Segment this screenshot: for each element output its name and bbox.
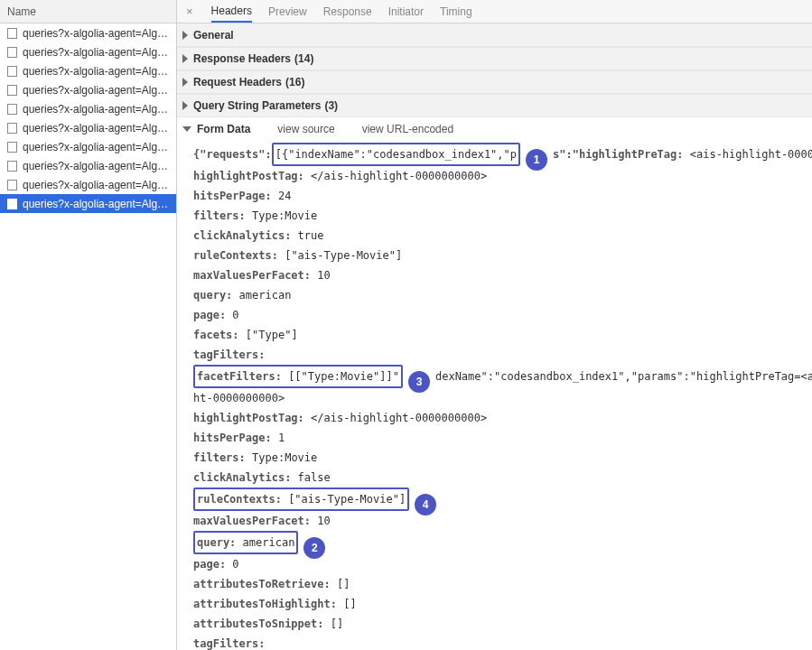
form-key: page: xyxy=(193,558,226,571)
form-data-row: ht-0000000000> xyxy=(193,388,812,408)
form-key: hitsPerPage: xyxy=(193,432,272,444)
annotation-box-2: query: american xyxy=(193,531,298,554)
form-key: facets: xyxy=(193,329,239,341)
view-source-link[interactable]: view source xyxy=(277,123,334,135)
form-key: attributesToSnippet: xyxy=(193,618,324,630)
form-data-row: query: american2 xyxy=(193,531,812,554)
section-title: Query String Parameters xyxy=(193,99,321,112)
form-data-body: {"requests":[{"indexName":"codesandbox_i… xyxy=(177,141,812,650)
tab-response[interactable]: Response xyxy=(323,0,372,23)
app-root: Name queries?x-algolia-agent=Alg… querie… xyxy=(0,0,812,650)
main-panel: × Headers Preview Response Initiator Tim… xyxy=(177,0,812,650)
form-value: 10 xyxy=(317,269,330,282)
form-value: false xyxy=(298,471,331,484)
form-data-row: {"requests":[{"indexName":"codesandbox_i… xyxy=(193,143,812,166)
section-request-headers[interactable]: Request Headers (16) xyxy=(177,70,812,94)
form-data-row: highlightPostTag: </ais-highlight-000000… xyxy=(193,408,812,428)
tab-initiator[interactable]: Initiator xyxy=(388,0,424,23)
form-value: american xyxy=(236,536,294,549)
form-value: Type:Movie xyxy=(252,209,317,222)
form-data-row: facetFilters: [["Type:Movie"]]"3dexName"… xyxy=(193,365,812,388)
tab-timing[interactable]: Timing xyxy=(440,0,472,23)
section-count: (16) xyxy=(285,76,304,88)
sidebar-item[interactable]: queries?x-algolia-agent=Alg… xyxy=(0,23,176,42)
form-key: tagFilters: xyxy=(193,637,265,650)
form-key: facetFilters: xyxy=(197,370,282,383)
sidebar-item[interactable]: queries?x-algolia-agent=Alg… xyxy=(0,61,176,80)
sidebar: Name queries?x-algolia-agent=Alg… querie… xyxy=(0,0,177,650)
section-general[interactable]: General xyxy=(177,23,812,47)
file-icon xyxy=(7,85,17,96)
form-key: highlightPostTag: xyxy=(193,412,304,424)
sidebar-item-label: queries?x-algolia-agent=Alg… xyxy=(23,27,168,40)
section-title: Response Headers xyxy=(193,52,291,65)
form-value: <ais-highlight-0000000000> xyxy=(684,148,812,161)
form-key: ruleContexts: xyxy=(197,493,282,506)
sidebar-item[interactable]: queries?x-algolia-agent=Alg… xyxy=(0,137,176,156)
section-response-headers[interactable]: Response Headers (14) xyxy=(177,47,812,70)
file-icon xyxy=(7,104,17,115)
file-icon xyxy=(7,66,17,77)
form-data-row: clickAnalytics: true xyxy=(193,226,812,246)
form-data-row: ruleContexts: ["ais-Type-Movie"] xyxy=(193,246,812,265)
sidebar-item[interactable]: queries?x-algolia-agent=Alg… xyxy=(0,80,176,99)
sidebar-item-label: queries?x-algolia-agent=Alg… xyxy=(23,179,168,191)
sidebar-item[interactable]: queries?x-algolia-agent=Alg… xyxy=(0,175,176,194)
form-data-row: filters: Type:Movie xyxy=(193,448,812,468)
file-icon xyxy=(7,199,17,209)
section-query-string[interactable]: Query String Parameters (3) xyxy=(177,94,812,117)
sidebar-column-header[interactable]: Name xyxy=(0,0,176,23)
form-value: [] xyxy=(343,598,356,610)
form-data-row: filters: Type:Movie xyxy=(193,206,812,226)
sidebar-item[interactable]: queries?x-algolia-agent=Alg… xyxy=(0,194,176,213)
form-key: {"requests": xyxy=(193,148,272,161)
section-form-data[interactable]: Form Data view source view URL-encoded xyxy=(177,117,812,141)
form-data-row: hitsPerPage: 24 xyxy=(193,186,812,206)
file-icon xyxy=(7,142,17,153)
sidebar-item[interactable]: queries?x-algolia-agent=Alg… xyxy=(0,156,176,175)
form-value: ht-0000000000> xyxy=(193,392,285,404)
form-key: highlightPostTag: xyxy=(193,170,304,182)
file-icon xyxy=(7,123,17,134)
form-value: [] xyxy=(337,578,350,590)
tab-headers[interactable]: Headers xyxy=(211,0,252,23)
tab-preview[interactable]: Preview xyxy=(268,0,307,23)
form-key: ruleContexts: xyxy=(193,249,278,262)
annotation-box-4: ruleContexts: ["ais-Type-Movie"] xyxy=(193,488,409,511)
annotation-box-1: [{"indexName":"codesandbox_index1","p xyxy=(272,143,520,166)
form-data-row: highlightPostTag: </ais-highlight-000000… xyxy=(193,166,812,186)
form-value: ["Type"] xyxy=(246,329,298,341)
form-data-row: tagFilters: xyxy=(193,345,812,365)
sidebar-item-label: queries?x-algolia-agent=Alg… xyxy=(23,122,168,135)
form-value: </ais-highlight-0000000000> xyxy=(311,170,487,182)
form-data-row: ruleContexts: ["ais-Type-Movie"]4 xyxy=(193,488,812,511)
form-data-row: maxValuesPerFacet: 10 xyxy=(193,511,812,531)
form-key: tagFilters: xyxy=(193,348,265,361)
sidebar-item-label: queries?x-algolia-agent=Alg… xyxy=(23,65,168,78)
form-key: clickAnalytics: xyxy=(193,471,291,484)
caret-right-icon xyxy=(182,101,188,110)
form-data-row: tagFilters: xyxy=(193,634,812,650)
sidebar-item-label: queries?x-algolia-agent=Alg… xyxy=(23,84,168,97)
file-icon xyxy=(7,28,17,39)
sidebar-item[interactable]: queries?x-algolia-agent=Alg… xyxy=(0,99,176,118)
view-url-encoded-link[interactable]: view URL-encoded xyxy=(362,123,453,135)
sidebar-item-label: queries?x-algolia-agent=Alg… xyxy=(23,103,168,116)
form-value: 24 xyxy=(278,190,291,202)
form-key: attributesToHighlight: xyxy=(193,598,337,610)
form-data-row: facets: ["Type"] xyxy=(193,325,812,345)
file-icon xyxy=(7,161,17,172)
form-key: page: xyxy=(193,309,226,321)
sections: General Response Headers (14) Request He… xyxy=(177,23,812,650)
close-icon[interactable]: × xyxy=(184,5,195,18)
form-data-row: page: 0 xyxy=(193,305,812,325)
form-key: attributesToRetrieve: xyxy=(193,578,331,590)
sidebar-item[interactable]: queries?x-algolia-agent=Alg… xyxy=(0,118,176,137)
sidebar-item[interactable]: queries?x-algolia-agent=Alg… xyxy=(0,42,176,61)
form-value: ["ais-Type-Movie"] xyxy=(282,493,406,506)
form-value: Type:Movie xyxy=(252,451,317,464)
caret-down-icon xyxy=(182,126,191,132)
form-data-row: maxValuesPerFacet: 10 xyxy=(193,265,812,285)
form-key: maxValuesPerFacet: xyxy=(193,269,311,282)
section-count: (3) xyxy=(324,99,338,112)
